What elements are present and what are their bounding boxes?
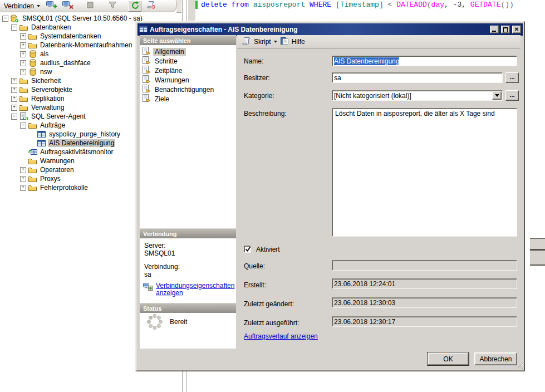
job-history-link[interactable]: Auftragsverlauf anzeigen bbox=[244, 332, 318, 340]
category-browse-button[interactable]: ... bbox=[505, 90, 519, 101]
disconnect-server-button[interactable] bbox=[61, 1, 75, 12]
script-button[interactable]: Skript bbox=[254, 38, 271, 46]
sql-token: ( bbox=[427, 1, 431, 9]
category-dropdown-button[interactable] bbox=[492, 91, 502, 100]
page-edit-icon bbox=[142, 56, 151, 66]
tree-expand-icon[interactable]: + bbox=[20, 69, 26, 75]
folder-icon bbox=[28, 175, 37, 182]
page-item-label: Warnungen bbox=[153, 76, 191, 84]
sql-token: ()) bbox=[500, 1, 513, 9]
sql-token: -3 bbox=[449, 1, 461, 9]
tree-expand-icon[interactable]: + bbox=[20, 33, 26, 40]
tree-item-label: Verwaltung bbox=[30, 104, 65, 111]
refresh-button[interactable] bbox=[128, 1, 141, 12]
page-item-allgemein[interactable]: Allgemein bbox=[141, 47, 234, 56]
help-button[interactable]: Hilfe bbox=[292, 38, 305, 46]
tree-item-label: Fehlerprotokolle bbox=[39, 184, 89, 192]
tree-item-label: Auftragsaktivitätsmonitor bbox=[39, 148, 114, 156]
connection-value: sa bbox=[144, 271, 151, 278]
connect-dropdown-button[interactable]: Verbinden bbox=[2, 2, 42, 11]
sql-token: [Timestamp] bbox=[336, 1, 384, 9]
resize-grip[interactable] bbox=[516, 362, 523, 370]
chevron-down-icon[interactable] bbox=[274, 41, 277, 43]
name-label: Name: bbox=[244, 57, 263, 65]
tree-expand-icon[interactable]: + bbox=[11, 96, 17, 102]
sql-token bbox=[331, 1, 336, 9]
dialog-toolbar: Skript Hilfe bbox=[237, 35, 521, 48]
folder-icon bbox=[19, 24, 28, 31]
maximize-icon bbox=[503, 27, 508, 32]
page-edit-icon bbox=[142, 66, 151, 76]
tree-expand-icon[interactable]: + bbox=[11, 87, 17, 93]
page-edit-icon bbox=[142, 85, 151, 95]
page-item-schritte[interactable]: Schritte bbox=[141, 56, 234, 66]
page-item-zeitpläne[interactable]: Zeitpläne bbox=[141, 66, 234, 75]
page-item-warnungen[interactable]: Warnungen bbox=[141, 75, 234, 85]
name-input[interactable]: AIS Datenbereinigung bbox=[332, 56, 517, 66]
script-icon bbox=[242, 37, 251, 47]
toolbar-filler bbox=[176, 0, 181, 13]
sql-query-text[interactable]: delete from aisposreport WHERE [Timestam… bbox=[201, 1, 514, 9]
tree-item-label: audius_dashface bbox=[39, 59, 92, 67]
tree-expand-icon[interactable]: + bbox=[20, 60, 26, 66]
enabled-label: Aktiviert bbox=[256, 246, 280, 253]
pages-header: Seite auswählen bbox=[140, 35, 236, 45]
tree-item-label: SMSQL01 (SQL Server 10.50.6560 - sa) bbox=[21, 14, 144, 22]
tree-expand-icon[interactable]: + bbox=[20, 167, 26, 173]
tree-collapse-icon[interactable]: − bbox=[11, 24, 17, 31]
page-item-ziele[interactable]: Ziele bbox=[141, 94, 234, 104]
page-item-benachrichtigungen[interactable]: Benachrichtigungen bbox=[141, 85, 234, 94]
tree-item-label: Sicherheit bbox=[30, 77, 62, 85]
tree-expand-icon[interactable]: + bbox=[20, 185, 26, 191]
tree-item-label: SQL Server-Agent bbox=[30, 112, 87, 120]
sql-token bbox=[305, 1, 310, 9]
tree-collapse-icon[interactable]: − bbox=[2, 16, 8, 22]
connection-properties-link[interactable]: Verbindungseigenschaften anzeigen bbox=[156, 282, 223, 297]
folder-icon bbox=[28, 166, 37, 173]
executed-label: Zuletzt ausgeführt: bbox=[244, 319, 299, 327]
dialog-titlebar[interactable]: Auftragseigenschaften - AIS Datenbereini… bbox=[138, 23, 523, 36]
tree-expand-icon[interactable]: + bbox=[20, 51, 26, 57]
page-item-label: Ziele bbox=[153, 95, 171, 103]
page-item-label: Benachrichtigungen bbox=[153, 86, 215, 94]
background-panel-edge bbox=[530, 250, 545, 266]
page-item-label: Zeitpläne bbox=[153, 67, 184, 75]
description-textarea[interactable]: Löscht Daten in aisposreport, die älter … bbox=[332, 108, 517, 237]
enabled-checkbox[interactable] bbox=[244, 246, 251, 253]
maximize-button[interactable] bbox=[501, 26, 510, 33]
owner-browse-button[interactable]: ... bbox=[505, 72, 519, 83]
tree-item-label: nsw bbox=[39, 68, 53, 76]
tree-expand-icon[interactable]: + bbox=[11, 78, 17, 84]
tree-expand-icon[interactable]: + bbox=[20, 42, 26, 48]
tree-collapse-icon[interactable]: − bbox=[11, 114, 17, 120]
name-selected-text: AIS Datenbereinigung bbox=[334, 57, 399, 65]
minimize-button[interactable] bbox=[490, 26, 499, 33]
sql-token: WHERE bbox=[310, 1, 331, 9]
ssms-window: Verbinden −SMSQL01 (SQL Server 10.50.656… bbox=[0, 0, 545, 392]
script-error-button[interactable] bbox=[144, 1, 158, 12]
sql-token: DATEADD bbox=[396, 1, 427, 9]
ok-button[interactable]: OK bbox=[428, 352, 469, 365]
connection-label: Verbindung: bbox=[144, 263, 180, 271]
close-button[interactable]: ✕ bbox=[512, 26, 521, 33]
tree-expand-icon[interactable]: + bbox=[11, 105, 17, 111]
tree-item-label: Datenbank-Momentaufnahmen bbox=[39, 41, 133, 49]
tree-item-label: syspolicy_purge_history bbox=[48, 130, 121, 138]
tree-collapse-icon[interactable]: − bbox=[20, 122, 26, 129]
sql-token: , bbox=[444, 1, 449, 9]
pages-list: AllgemeinSchritteZeitpläneWarnungenBenac… bbox=[141, 47, 234, 104]
category-select[interactable]: [Nicht kategorisiert (lokal)] bbox=[332, 90, 503, 101]
cancel-button[interactable]: Abbrechen bbox=[474, 352, 517, 365]
job-icon bbox=[37, 140, 46, 146]
editor-change-bar bbox=[195, 1, 198, 9]
sql-token: delete from bbox=[201, 1, 253, 9]
category-label: Kategorie: bbox=[244, 92, 274, 100]
sql-agent-icon bbox=[19, 112, 28, 120]
owner-input[interactable]: sa bbox=[332, 72, 503, 83]
editor-selection-margin bbox=[188, 0, 195, 21]
folder-icon bbox=[19, 104, 28, 111]
tree-expand-icon[interactable]: + bbox=[20, 176, 26, 182]
minimize-icon bbox=[492, 31, 496, 32]
connect-server-button[interactable] bbox=[45, 1, 58, 12]
tree-item-label: Datenbanken bbox=[30, 23, 72, 31]
